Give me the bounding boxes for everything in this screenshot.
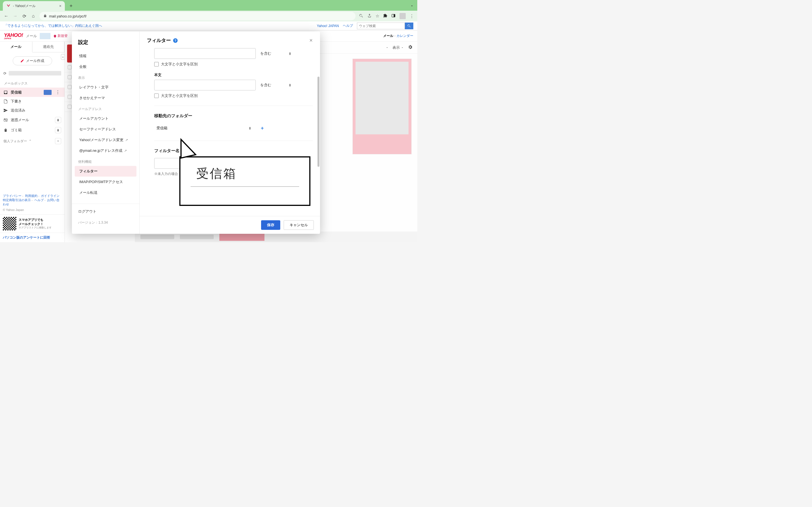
body-condition-operator[interactable]: を含む ▴▾	[259, 80, 292, 90]
external-link-icon: ↗	[125, 138, 128, 142]
settings-nav-ymail-create[interactable]: @ymail.ne.jpアドレス作成 ↗	[72, 145, 139, 156]
settings-nav-imap[interactable]: IMAP/POP/SMTPアクセス	[72, 177, 139, 187]
bookmark-icon[interactable]: ☆	[375, 13, 379, 18]
sidebar-collapse-handle[interactable]: «	[61, 54, 65, 60]
close-icon[interactable]: ×	[309, 37, 313, 44]
new-tab-button[interactable]: +	[67, 2, 75, 10]
toolbar-dropdown-1[interactable]	[386, 46, 389, 49]
help-icon[interactable]: ?	[173, 38, 177, 43]
back-button[interactable]: ←	[3, 13, 9, 18]
filter-name-input[interactable]	[154, 158, 180, 169]
settings-nav-filter[interactable]: フィルター	[75, 166, 137, 177]
browser-tab[interactable]: - Yahoo!メール ×	[3, 1, 65, 11]
browser-tab-strip: - Yahoo!メール × +	[0, 0, 417, 11]
extensions-icon[interactable]	[383, 13, 388, 18]
web-search-input[interactable]	[357, 22, 405, 29]
user-badge[interactable]	[40, 33, 50, 39]
settings-nav-safety[interactable]: セーフティーアドレス	[72, 124, 139, 135]
settings-group-mailaddr: メールアドレス	[72, 103, 139, 113]
settings-nav-layout[interactable]: レイアウト・文字	[72, 82, 139, 93]
browser-menu-icon[interactable]: ⋮	[410, 13, 414, 18]
reload-button[interactable]: ⟳	[21, 13, 27, 19]
folder-sent[interactable]: 送信済み	[0, 106, 64, 115]
forward-button[interactable]: →	[12, 13, 18, 18]
account-row[interactable]: ⟳	[0, 69, 64, 77]
case-sensitive-checkbox-1[interactable]: 大文字と小文字を区別	[154, 62, 313, 67]
folder-inbox[interactable]: 受信箱 ⋮	[0, 88, 64, 97]
dest-folder-select[interactable]: 受信箱 ▴▾	[154, 123, 253, 133]
settings-nav-forward[interactable]: メール転送	[72, 187, 139, 198]
header-calendar-link[interactable]: カレンダー	[396, 34, 413, 38]
terms-link[interactable]: 利用規約	[25, 194, 38, 198]
body-condition-input[interactable]	[154, 80, 256, 91]
checkbox[interactable]	[68, 75, 71, 79]
paypay-register-link[interactable]: 新規登	[53, 34, 68, 38]
web-search	[357, 22, 413, 29]
settings-group-convenience: 便利機能	[72, 156, 139, 166]
empty-trash-button[interactable]	[55, 127, 61, 133]
case-sensitive-checkbox-2[interactable]: 大文字と小文字を区別	[154, 93, 313, 98]
folder-trash[interactable]: ゴミ箱	[0, 125, 64, 135]
condition-operator-1[interactable]: を含む ▴▾	[259, 49, 292, 58]
settings-nav-theme[interactable]: きせかえテーマ	[72, 93, 139, 103]
guidelines-link[interactable]: ガイドライン	[41, 194, 59, 198]
copyright: © Yahoo Japan	[3, 208, 62, 212]
help-link[interactable]: ヘルプ	[343, 23, 353, 28]
yahoo-logo[interactable]: YAHOO! JAPAN	[4, 33, 23, 40]
save-button[interactable]: 保存	[261, 220, 280, 230]
yahoo-japan-link[interactable]: Yahoo! JAPAN	[317, 24, 339, 28]
footer-help-link[interactable]: ヘルプ	[35, 198, 44, 202]
tab-overflow-icon[interactable]	[410, 4, 414, 9]
display-dropdown[interactable]: 表示	[393, 45, 404, 50]
filter-name-title: フィルター名	[154, 148, 313, 154]
tab-close-icon[interactable]: ×	[59, 4, 61, 8]
folder-more-icon[interactable]: ⋮	[54, 90, 61, 95]
yahoo-global-bar: 「できるようになってから、では解決しない」内戦にあえぐ国へ Yahoo! JAP…	[0, 21, 417, 31]
checkbox[interactable]	[68, 65, 71, 69]
settings-nav-addr-change[interactable]: Yahoo!メールアドレス変更 ↗	[72, 135, 139, 145]
dest-folder-title: 移動先のフォルダー	[154, 113, 313, 119]
panel-icon[interactable]	[391, 13, 396, 18]
compose-button[interactable]: メール作成	[13, 56, 52, 65]
tab-mail[interactable]: メール	[0, 42, 33, 52]
header-mail-link[interactable]: メール	[383, 34, 393, 38]
sidebar-ad[interactable]	[352, 59, 412, 154]
empty-spam-button[interactable]	[55, 117, 61, 123]
add-folder-button[interactable]: +	[55, 138, 61, 144]
checkbox[interactable]	[68, 85, 71, 89]
inbox-icon	[3, 90, 8, 95]
settings-title: 設定	[72, 37, 139, 51]
checkbox[interactable]	[68, 105, 71, 109]
refresh-icon[interactable]: ⟳	[3, 71, 6, 75]
folder-drafts[interactable]: 下書き	[0, 97, 64, 106]
condition-input-1[interactable]	[154, 48, 256, 59]
profile-avatar[interactable]	[400, 13, 406, 19]
privacy-link[interactable]: プライバシー	[3, 194, 21, 198]
web-search-button[interactable]	[405, 22, 413, 29]
survey-link[interactable]: パソコン版のアンケートに回答	[0, 233, 64, 242]
address-bar[interactable]: mail.yahoo.co.jp/u/pc/f/	[40, 12, 356, 20]
checkbox[interactable]	[68, 95, 71, 99]
search-in-page-icon[interactable]	[359, 13, 363, 19]
checkbox[interactable]	[154, 94, 159, 98]
settings-nav-account[interactable]: メールアカウント	[72, 113, 139, 124]
settings-nav-general[interactable]: 全般	[72, 61, 139, 72]
home-button[interactable]: ⌂	[31, 13, 36, 18]
cancel-button[interactable]: キャンセル	[284, 220, 314, 230]
checkbox[interactable]	[154, 62, 159, 66]
commerce-link[interactable]: 特定商取引法の表示	[3, 198, 31, 202]
folder-spam[interactable]: 迷惑メール	[0, 115, 64, 125]
personal-folders-header[interactable]: 個人フォルダー ⌃ +	[0, 135, 64, 147]
tab-contacts[interactable]: 連絡先	[33, 42, 65, 52]
scrollbar-thumb[interactable]	[317, 76, 319, 167]
url-text: mail.yahoo.co.jp/u/pc/f/	[49, 14, 87, 18]
version-label: バージョン：1.3.34	[72, 219, 139, 226]
add-folder-icon[interactable]: +	[261, 125, 264, 131]
share-icon[interactable]	[367, 13, 371, 18]
gear-icon[interactable]	[408, 45, 413, 50]
logout-link[interactable]: ログアウト	[72, 204, 139, 219]
settings-nav-info[interactable]: 情報	[72, 51, 139, 61]
lock-icon	[43, 14, 47, 18]
news-headline-link[interactable]: 「できるようになってから、では解決しない」内戦にあえぐ国へ	[4, 23, 102, 28]
app-promo[interactable]: スマホアプリでも メールチェック！ ※アプリストアに移動します	[0, 214, 64, 233]
